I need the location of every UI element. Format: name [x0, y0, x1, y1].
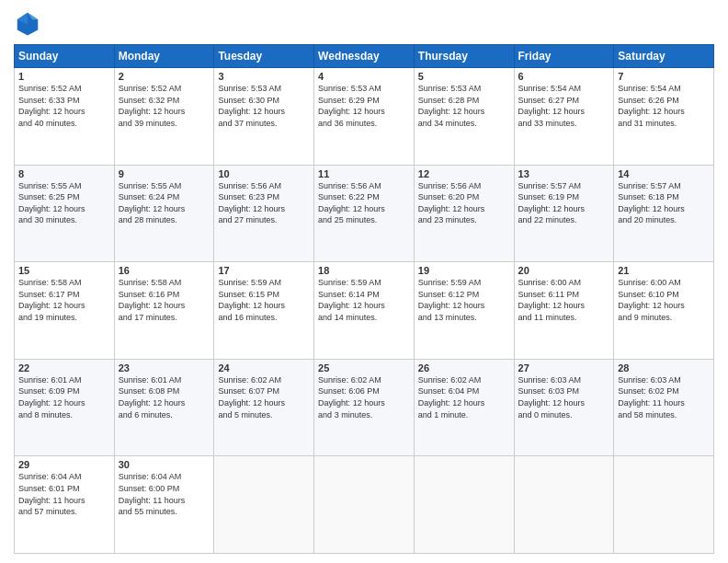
- day-number: 14: [618, 168, 710, 179]
- day-number: 26: [418, 362, 510, 373]
- logo: [14, 9, 45, 37]
- calendar-cell: 1Sunrise: 5:52 AM Sunset: 6:33 PM Daylig…: [15, 68, 115, 166]
- calendar-cell: [514, 456, 614, 554]
- calendar-cell: 8Sunrise: 5:55 AM Sunset: 6:25 PM Daylig…: [15, 165, 115, 262]
- day-number: 23: [119, 362, 210, 373]
- day-info: Sunrise: 5:53 AM Sunset: 6:30 PM Dayligh…: [218, 83, 310, 129]
- day-number: 3: [218, 71, 310, 82]
- calendar-cell: 15Sunrise: 5:58 AM Sunset: 6:17 PM Dayli…: [15, 262, 115, 360]
- day-number: 9: [119, 168, 210, 179]
- day-info: Sunrise: 6:02 AM Sunset: 6:04 PM Dayligh…: [418, 374, 510, 420]
- calendar-cell: 12Sunrise: 5:56 AM Sunset: 6:20 PM Dayli…: [414, 165, 514, 262]
- day-number: 5: [418, 71, 510, 82]
- calendar-cell: 9Sunrise: 5:55 AM Sunset: 6:24 PM Daylig…: [114, 165, 214, 262]
- calendar-cell: 16Sunrise: 5:58 AM Sunset: 6:16 PM Dayli…: [114, 262, 214, 360]
- day-info: Sunrise: 5:52 AM Sunset: 6:32 PM Dayligh…: [119, 83, 210, 129]
- day-info: Sunrise: 6:02 AM Sunset: 6:06 PM Dayligh…: [318, 374, 410, 420]
- day-number: 13: [518, 168, 610, 179]
- day-info: Sunrise: 5:59 AM Sunset: 6:14 PM Dayligh…: [318, 277, 410, 323]
- day-info: Sunrise: 6:01 AM Sunset: 6:08 PM Dayligh…: [119, 374, 210, 420]
- day-info: Sunrise: 5:53 AM Sunset: 6:29 PM Dayligh…: [318, 83, 410, 129]
- day-info: Sunrise: 5:59 AM Sunset: 6:15 PM Dayligh…: [218, 277, 310, 323]
- day-info: Sunrise: 5:54 AM Sunset: 6:27 PM Dayligh…: [518, 83, 610, 129]
- day-info: Sunrise: 6:04 AM Sunset: 6:01 PM Dayligh…: [18, 471, 110, 517]
- calendar-cell: 26Sunrise: 6:02 AM Sunset: 6:04 PM Dayli…: [414, 359, 514, 456]
- day-number: 19: [418, 265, 510, 276]
- day-info: Sunrise: 6:04 AM Sunset: 6:00 PM Dayligh…: [119, 471, 210, 517]
- day-info: Sunrise: 5:57 AM Sunset: 6:19 PM Dayligh…: [518, 180, 610, 226]
- day-header-monday: Monday: [114, 45, 214, 68]
- day-number: 22: [18, 362, 110, 373]
- calendar-cell: 18Sunrise: 5:59 AM Sunset: 6:14 PM Dayli…: [314, 262, 415, 360]
- day-header-thursday: Thursday: [414, 45, 514, 68]
- page: SundayMondayTuesdayWednesdayThursdayFrid…: [0, 0, 728, 563]
- day-number: 7: [618, 71, 710, 82]
- day-info: Sunrise: 6:00 AM Sunset: 6:11 PM Dayligh…: [518, 277, 610, 323]
- calendar-cell: 29Sunrise: 6:04 AM Sunset: 6:01 PM Dayli…: [15, 456, 115, 554]
- day-info: Sunrise: 6:03 AM Sunset: 6:02 PM Dayligh…: [618, 374, 710, 420]
- day-number: 20: [518, 265, 610, 276]
- day-header-wednesday: Wednesday: [314, 45, 415, 68]
- day-info: Sunrise: 5:55 AM Sunset: 6:25 PM Dayligh…: [18, 180, 110, 226]
- calendar-cell: 13Sunrise: 5:57 AM Sunset: 6:19 PM Dayli…: [514, 165, 614, 262]
- day-header-sunday: Sunday: [15, 45, 115, 68]
- calendar-cell: [414, 456, 514, 554]
- day-header-tuesday: Tuesday: [214, 45, 314, 68]
- day-number: 29: [18, 459, 110, 470]
- day-number: 24: [218, 362, 310, 373]
- day-info: Sunrise: 5:54 AM Sunset: 6:26 PM Dayligh…: [618, 83, 710, 129]
- calendar-cell: 21Sunrise: 6:00 AM Sunset: 6:10 PM Dayli…: [614, 262, 714, 360]
- calendar-cell: 27Sunrise: 6:03 AM Sunset: 6:03 PM Dayli…: [514, 359, 614, 456]
- day-info: Sunrise: 5:59 AM Sunset: 6:12 PM Dayligh…: [418, 277, 510, 323]
- calendar-cell: [314, 456, 415, 554]
- calendar-cell: 19Sunrise: 5:59 AM Sunset: 6:12 PM Dayli…: [414, 262, 514, 360]
- day-info: Sunrise: 5:55 AM Sunset: 6:24 PM Dayligh…: [119, 180, 210, 226]
- calendar-cell: 25Sunrise: 6:02 AM Sunset: 6:06 PM Dayli…: [314, 359, 415, 456]
- calendar-table: SundayMondayTuesdayWednesdayThursdayFrid…: [14, 44, 714, 554]
- calendar-cell: 30Sunrise: 6:04 AM Sunset: 6:00 PM Dayli…: [114, 456, 214, 554]
- day-number: 16: [119, 265, 210, 276]
- day-number: 28: [618, 362, 710, 373]
- calendar-cell: 28Sunrise: 6:03 AM Sunset: 6:02 PM Dayli…: [614, 359, 714, 456]
- calendar-cell: 14Sunrise: 5:57 AM Sunset: 6:18 PM Dayli…: [614, 165, 714, 262]
- calendar-cell: 20Sunrise: 6:00 AM Sunset: 6:11 PM Dayli…: [514, 262, 614, 360]
- calendar-cell: [214, 456, 314, 554]
- calendar-cell: 6Sunrise: 5:54 AM Sunset: 6:27 PM Daylig…: [514, 68, 614, 166]
- logo-icon: [14, 9, 41, 37]
- day-number: 10: [218, 168, 310, 179]
- calendar-cell: 7Sunrise: 5:54 AM Sunset: 6:26 PM Daylig…: [614, 68, 714, 166]
- header: [14, 9, 714, 37]
- day-header-friday: Friday: [514, 45, 614, 68]
- calendar-cell: 23Sunrise: 6:01 AM Sunset: 6:08 PM Dayli…: [114, 359, 214, 456]
- day-number: 15: [18, 265, 110, 276]
- day-number: 30: [119, 459, 210, 470]
- day-info: Sunrise: 6:00 AM Sunset: 6:10 PM Dayligh…: [618, 277, 710, 323]
- day-number: 6: [518, 71, 610, 82]
- day-number: 2: [119, 71, 210, 82]
- day-number: 18: [318, 265, 410, 276]
- day-number: 17: [218, 265, 310, 276]
- day-number: 21: [618, 265, 710, 276]
- day-number: 11: [318, 168, 410, 179]
- calendar-cell: 24Sunrise: 6:02 AM Sunset: 6:07 PM Dayli…: [214, 359, 314, 456]
- calendar-cell: 3Sunrise: 5:53 AM Sunset: 6:30 PM Daylig…: [214, 68, 314, 166]
- day-info: Sunrise: 6:03 AM Sunset: 6:03 PM Dayligh…: [518, 374, 610, 420]
- day-number: 4: [318, 71, 410, 82]
- day-number: 27: [518, 362, 610, 373]
- calendar-cell: 5Sunrise: 5:53 AM Sunset: 6:28 PM Daylig…: [414, 68, 514, 166]
- calendar-cell: 2Sunrise: 5:52 AM Sunset: 6:32 PM Daylig…: [114, 68, 214, 166]
- calendar-cell: 10Sunrise: 5:56 AM Sunset: 6:23 PM Dayli…: [214, 165, 314, 262]
- day-number: 1: [18, 71, 110, 82]
- day-info: Sunrise: 5:56 AM Sunset: 6:23 PM Dayligh…: [218, 180, 310, 226]
- day-number: 12: [418, 168, 510, 179]
- calendar-cell: 17Sunrise: 5:59 AM Sunset: 6:15 PM Dayli…: [214, 262, 314, 360]
- calendar-cell: 11Sunrise: 5:56 AM Sunset: 6:22 PM Dayli…: [314, 165, 415, 262]
- day-info: Sunrise: 5:56 AM Sunset: 6:20 PM Dayligh…: [418, 180, 510, 226]
- day-info: Sunrise: 6:02 AM Sunset: 6:07 PM Dayligh…: [218, 374, 310, 420]
- day-info: Sunrise: 5:57 AM Sunset: 6:18 PM Dayligh…: [618, 180, 710, 226]
- day-info: Sunrise: 5:53 AM Sunset: 6:28 PM Dayligh…: [418, 83, 510, 129]
- day-info: Sunrise: 5:56 AM Sunset: 6:22 PM Dayligh…: [318, 180, 410, 226]
- day-info: Sunrise: 6:01 AM Sunset: 6:09 PM Dayligh…: [18, 374, 110, 420]
- day-number: 25: [318, 362, 410, 373]
- day-header-saturday: Saturday: [614, 45, 714, 68]
